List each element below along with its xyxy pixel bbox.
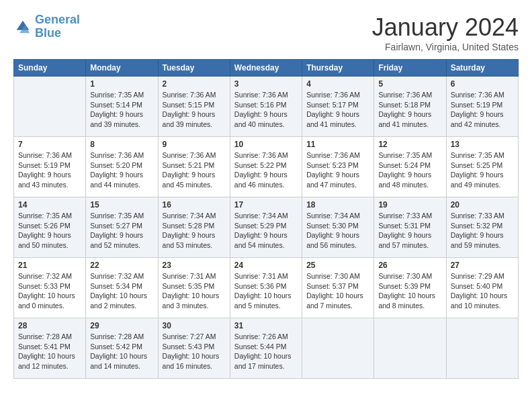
- day-info: Sunrise: 7:35 AMSunset: 5:24 PMDaylight:…: [378, 150, 441, 190]
- calendar-cell: 20Sunrise: 7:33 AMSunset: 5:32 PMDayligh…: [446, 197, 518, 258]
- day-info: Sunrise: 7:34 AMSunset: 5:28 PMDaylight:…: [163, 211, 226, 250]
- day-number: 24: [234, 261, 298, 270]
- day-number: 28: [18, 321, 81, 330]
- day-info: Sunrise: 7:36 AMSunset: 5:21 PMDaylight:…: [163, 150, 226, 190]
- column-header-sunday: Sunday: [14, 60, 86, 77]
- day-number: 3: [234, 79, 298, 89]
- calendar-cell: 30Sunrise: 7:27 AMSunset: 5:43 PMDayligh…: [158, 318, 230, 379]
- calendar-cell: 23Sunrise: 7:31 AMSunset: 5:35 PMDayligh…: [158, 258, 230, 318]
- day-number: 31: [234, 321, 298, 330]
- day-number: 5: [378, 79, 441, 89]
- day-number: 21: [18, 261, 81, 270]
- day-number: 2: [163, 79, 226, 89]
- day-number: 14: [18, 200, 81, 210]
- calendar-cell: 16Sunrise: 7:34 AMSunset: 5:28 PMDayligh…: [158, 197, 230, 258]
- calendar-cell: 27Sunrise: 7:29 AMSunset: 5:40 PMDayligh…: [446, 258, 518, 318]
- calendar-cell: 8Sunrise: 7:36 AMSunset: 5:20 PMDaylight…: [86, 137, 158, 197]
- page-header: General Blue January 2024 Fairlawn, Virg…: [13, 13, 519, 52]
- title-block: January 2024 Fairlawn, Virginia, United …: [372, 13, 519, 52]
- day-number: 17: [234, 200, 298, 210]
- day-number: 10: [234, 140, 298, 149]
- day-info: Sunrise: 7:32 AMSunset: 5:34 PMDaylight:…: [90, 271, 153, 311]
- day-number: 19: [378, 200, 441, 210]
- calendar-cell: [374, 318, 446, 379]
- day-info: Sunrise: 7:35 AMSunset: 5:26 PMDaylight:…: [18, 211, 81, 250]
- column-header-monday: Monday: [86, 60, 158, 77]
- calendar-cell: 29Sunrise: 7:28 AMSunset: 5:42 PMDayligh…: [86, 318, 158, 379]
- calendar-cell: 31Sunrise: 7:26 AMSunset: 5:44 PMDayligh…: [230, 318, 302, 379]
- calendar-table: SundayMondayTuesdayWednesdayThursdayFrid…: [13, 59, 519, 379]
- calendar-cell: [14, 77, 86, 137]
- day-info: Sunrise: 7:36 AMSunset: 5:15 PMDaylight:…: [163, 90, 226, 130]
- day-number: 18: [306, 200, 369, 210]
- logo-icon: [13, 17, 32, 36]
- day-number: 8: [90, 140, 153, 149]
- day-info: Sunrise: 7:36 AMSunset: 5:17 PMDaylight:…: [306, 90, 369, 130]
- calendar-cell: 12Sunrise: 7:35 AMSunset: 5:24 PMDayligh…: [374, 137, 446, 197]
- day-number: 16: [163, 200, 226, 210]
- calendar-cell: 26Sunrise: 7:30 AMSunset: 5:39 PMDayligh…: [374, 258, 446, 318]
- day-number: 27: [451, 261, 514, 270]
- column-header-tuesday: Tuesday: [158, 60, 230, 77]
- column-header-saturday: Saturday: [446, 60, 518, 77]
- day-number: 11: [306, 140, 369, 149]
- day-info: Sunrise: 7:36 AMSunset: 5:16 PMDaylight:…: [234, 90, 298, 130]
- month-title: January 2024: [372, 13, 519, 42]
- day-info: Sunrise: 7:28 AMSunset: 5:41 PMDaylight:…: [18, 332, 81, 371]
- day-info: Sunrise: 7:31 AMSunset: 5:36 PMDaylight:…: [234, 271, 298, 311]
- day-number: 20: [451, 200, 514, 210]
- column-header-thursday: Thursday: [302, 60, 374, 77]
- day-info: Sunrise: 7:29 AMSunset: 5:40 PMDaylight:…: [451, 271, 514, 311]
- day-number: 13: [451, 140, 514, 149]
- calendar-cell: 5Sunrise: 7:36 AMSunset: 5:18 PMDaylight…: [374, 77, 446, 137]
- day-info: Sunrise: 7:36 AMSunset: 5:23 PMDaylight:…: [306, 150, 369, 190]
- day-info: Sunrise: 7:34 AMSunset: 5:30 PMDaylight:…: [306, 211, 369, 250]
- day-info: Sunrise: 7:30 AMSunset: 5:39 PMDaylight:…: [378, 271, 441, 311]
- day-number: 26: [378, 261, 441, 270]
- calendar-cell: 28Sunrise: 7:28 AMSunset: 5:41 PMDayligh…: [14, 318, 86, 379]
- week-row-4: 21Sunrise: 7:32 AMSunset: 5:33 PMDayligh…: [14, 258, 519, 318]
- day-number: 7: [18, 140, 81, 149]
- day-info: Sunrise: 7:36 AMSunset: 5:19 PMDaylight:…: [18, 150, 81, 190]
- calendar-cell: 4Sunrise: 7:36 AMSunset: 5:17 PMDaylight…: [302, 77, 374, 137]
- day-info: Sunrise: 7:32 AMSunset: 5:33 PMDaylight:…: [18, 271, 81, 311]
- week-row-2: 7Sunrise: 7:36 AMSunset: 5:19 PMDaylight…: [14, 137, 519, 197]
- day-info: Sunrise: 7:36 AMSunset: 5:20 PMDaylight:…: [90, 150, 153, 190]
- day-info: Sunrise: 7:30 AMSunset: 5:37 PMDaylight:…: [306, 271, 369, 311]
- day-number: 1: [90, 79, 153, 89]
- day-info: Sunrise: 7:36 AMSunset: 5:18 PMDaylight:…: [378, 90, 441, 130]
- logo: General Blue: [13, 13, 80, 40]
- calendar-cell: 10Sunrise: 7:36 AMSunset: 5:22 PMDayligh…: [230, 137, 302, 197]
- day-number: 30: [163, 321, 226, 330]
- calendar-cell: 13Sunrise: 7:35 AMSunset: 5:25 PMDayligh…: [446, 137, 518, 197]
- day-number: 25: [306, 261, 369, 270]
- day-info: Sunrise: 7:36 AMSunset: 5:19 PMDaylight:…: [451, 90, 514, 130]
- location: Fairlawn, Virginia, United States: [372, 42, 519, 52]
- column-header-friday: Friday: [374, 60, 446, 77]
- calendar-cell: 17Sunrise: 7:34 AMSunset: 5:29 PMDayligh…: [230, 197, 302, 258]
- day-info: Sunrise: 7:27 AMSunset: 5:43 PMDaylight:…: [163, 332, 226, 371]
- day-number: 12: [378, 140, 441, 149]
- calendar-cell: 2Sunrise: 7:36 AMSunset: 5:15 PMDaylight…: [158, 77, 230, 137]
- day-number: 4: [306, 79, 369, 89]
- calendar-cell: 19Sunrise: 7:33 AMSunset: 5:31 PMDayligh…: [374, 197, 446, 258]
- calendar-cell: [446, 318, 518, 379]
- week-row-1: 1Sunrise: 7:35 AMSunset: 5:14 PMDaylight…: [14, 77, 519, 137]
- day-info: Sunrise: 7:35 AMSunset: 5:25 PMDaylight:…: [451, 150, 514, 190]
- calendar-cell: 3Sunrise: 7:36 AMSunset: 5:16 PMDaylight…: [230, 77, 302, 137]
- calendar-cell: 22Sunrise: 7:32 AMSunset: 5:34 PMDayligh…: [86, 258, 158, 318]
- day-info: Sunrise: 7:34 AMSunset: 5:29 PMDaylight:…: [234, 211, 298, 250]
- calendar-cell: 9Sunrise: 7:36 AMSunset: 5:21 PMDaylight…: [158, 137, 230, 197]
- calendar-cell: 21Sunrise: 7:32 AMSunset: 5:33 PMDayligh…: [14, 258, 86, 318]
- calendar-cell: 1Sunrise: 7:35 AMSunset: 5:14 PMDaylight…: [86, 77, 158, 137]
- day-info: Sunrise: 7:31 AMSunset: 5:35 PMDaylight:…: [163, 271, 226, 311]
- calendar-cell: 24Sunrise: 7:31 AMSunset: 5:36 PMDayligh…: [230, 258, 302, 318]
- day-info: Sunrise: 7:35 AMSunset: 5:14 PMDaylight:…: [90, 90, 153, 130]
- calendar-cell: 14Sunrise: 7:35 AMSunset: 5:26 PMDayligh…: [14, 197, 86, 258]
- day-number: 15: [90, 200, 153, 210]
- calendar-cell: 7Sunrise: 7:36 AMSunset: 5:19 PMDaylight…: [14, 137, 86, 197]
- day-number: 9: [163, 140, 226, 149]
- calendar-cell: 6Sunrise: 7:36 AMSunset: 5:19 PMDaylight…: [446, 77, 518, 137]
- day-info: Sunrise: 7:26 AMSunset: 5:44 PMDaylight:…: [234, 332, 298, 371]
- header-row: SundayMondayTuesdayWednesdayThursdayFrid…: [14, 60, 519, 77]
